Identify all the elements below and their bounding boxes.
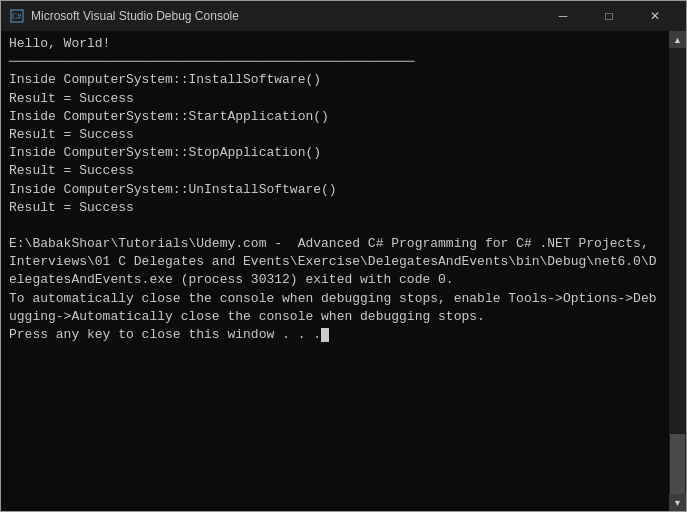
console-line-6: Result = Success	[9, 127, 134, 142]
window-controls: ─ □ ✕	[540, 1, 678, 31]
console-line-1: Hello, World!	[9, 36, 110, 51]
console-line-10: Result = Success	[9, 200, 134, 215]
console-line-3: Inside ComputerSystem::InstallSoftware()	[9, 72, 321, 87]
cursor-blink	[321, 328, 329, 342]
scroll-track[interactable]	[669, 48, 686, 494]
window-title: Microsoft Visual Studio Debug Console	[31, 9, 540, 23]
console-output: Hello, World! ──────────────────────────…	[1, 31, 669, 511]
content-area: Hello, World! ──────────────────────────…	[1, 31, 686, 511]
console-line-4: Result = Success	[9, 91, 134, 106]
scrollbar: ▲ ▼	[669, 31, 686, 511]
scroll-up-button[interactable]: ▲	[669, 31, 686, 48]
console-line-5: Inside ComputerSystem::StartApplication(…	[9, 109, 329, 124]
console-separator: ────────────────────────────────────────…	[9, 54, 415, 69]
console-line-8: Result = Success	[9, 163, 134, 178]
console-line-14: Press any key to close this window . . .	[9, 327, 321, 342]
console-line-7: Inside ComputerSystem::StopApplication()	[9, 145, 321, 160]
console-line-13: To automatically close the console when …	[9, 291, 657, 324]
scroll-down-button[interactable]: ▼	[669, 494, 686, 511]
main-window: C# Microsoft Visual Studio Debug Console…	[0, 0, 687, 512]
scroll-thumb[interactable]	[670, 434, 685, 494]
maximize-button[interactable]: □	[586, 1, 632, 31]
minimize-button[interactable]: ─	[540, 1, 586, 31]
console-line-9: Inside ComputerSystem::UnInstallSoftware…	[9, 182, 337, 197]
svg-text:C#: C#	[12, 12, 21, 21]
title-bar: C# Microsoft Visual Studio Debug Console…	[1, 1, 686, 31]
console-line-12: E:\BabakShoar\Tutorials\Udemy.com - Adva…	[9, 236, 657, 287]
close-button[interactable]: ✕	[632, 1, 678, 31]
app-icon: C#	[9, 8, 25, 24]
